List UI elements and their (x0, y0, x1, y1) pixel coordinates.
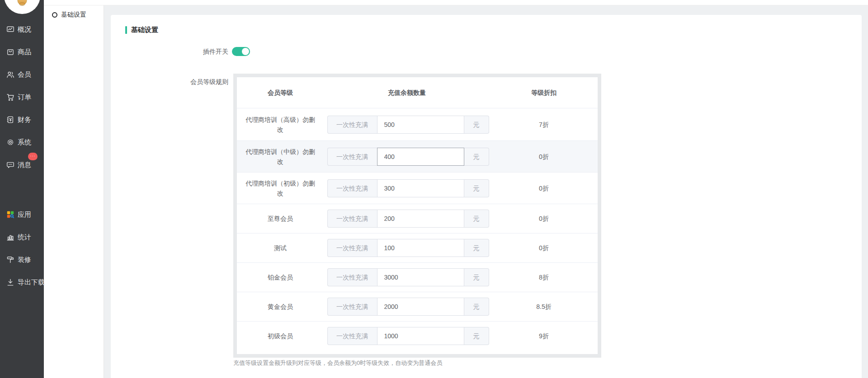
discount-cell: 0折 (490, 233, 598, 262)
discount-cell: 0折 (490, 204, 598, 233)
table-row: 测试 一次性充满 元 0折 (237, 233, 598, 262)
sidebar-item-order[interactable]: 订单 (6, 92, 31, 103)
input-append: 元 (464, 268, 489, 286)
input-prepend: 一次性充满 (327, 268, 377, 286)
sub-item-label: 基础设置 (61, 11, 86, 19)
amount-input[interactable] (377, 179, 464, 197)
amount-input[interactable] (377, 268, 464, 286)
goods-icon (6, 47, 15, 56)
sidebar-item-system[interactable]: 系统 (6, 137, 31, 148)
toggle-knob (242, 48, 249, 55)
sidebar-item-export[interactable]: 导出下载 (6, 277, 45, 288)
message-count-badge: ··· (28, 153, 38, 160)
apps-icon (6, 210, 15, 219)
input-append: 元 (464, 148, 489, 166)
amount-input[interactable] (377, 148, 464, 166)
level-table-wrapper: 会员等级 充值余额数量 等级折扣 代理商培训（高级）勿删改 一次性充满 元 7折… (233, 74, 601, 358)
amount-input-group: 一次性充满 元 (327, 179, 489, 197)
sidebar-item-label: 概况 (18, 25, 31, 34)
sidebar-item-label: 装修 (18, 256, 31, 264)
table-row: 代理商培训（高级）勿删改 一次性充满 元 7折 (237, 108, 598, 140)
sidebar-item-label: 导出下载 (18, 278, 45, 287)
input-prepend: 一次性充满 (327, 116, 377, 134)
cart-icon (6, 93, 15, 102)
page-title: 基础设置 (131, 26, 158, 34)
input-prepend: 一次性充满 (327, 148, 377, 166)
paint-roller-icon (6, 255, 15, 264)
amount-input-group: 一次性充满 元 (327, 239, 489, 257)
avatar[interactable] (4, 0, 40, 14)
table-row: 铂金会员 一次性充满 元 8折 (237, 262, 598, 292)
table-body: 代理商培训（高级）勿删改 一次性充满 元 7折 代理商培训（中级）勿删改 一次性… (237, 108, 598, 350)
sub-sidebar: 基础设置 (44, 5, 104, 378)
input-prepend: 一次性充满 (327, 327, 377, 345)
table-row: 黄金会员 一次性充满 元 8.5折 (237, 292, 598, 321)
sidebar-item-message[interactable]: 消息··· (6, 159, 31, 170)
level-cell: 至尊会员 (237, 204, 324, 233)
level-rules-label: 会员等级规则 (111, 77, 228, 86)
sidebar-item-label: 订单 (18, 93, 31, 102)
header-recharge-amount: 充值余额数量 (324, 77, 490, 108)
amount-input[interactable] (377, 210, 464, 228)
amount-input[interactable] (377, 327, 464, 345)
sidebar-item-basic-settings[interactable]: 基础设置 (52, 9, 86, 20)
sidebar-item-label: 会员 (18, 70, 31, 79)
sidebar-item-stats[interactable]: 统计 (6, 232, 31, 243)
input-append: 元 (464, 239, 489, 257)
sidebar-item-finance[interactable]: 财务 (6, 114, 31, 125)
level-cell: 初级会员 (237, 322, 324, 350)
amount-input[interactable] (377, 298, 464, 316)
discount-cell: 0折 (490, 141, 598, 172)
input-prepend: 一次性充满 (327, 179, 377, 197)
members-icon (6, 70, 15, 79)
sidebar-item-label: 统计 (18, 233, 31, 242)
amount-input[interactable] (377, 239, 464, 257)
gear-icon (6, 138, 15, 147)
header-level-discount: 等级折扣 (490, 77, 598, 108)
sidebar-item-label: 消息 (18, 161, 31, 169)
sidebar-item-goods[interactable]: 商品 (6, 47, 31, 57)
stats-icon (6, 233, 15, 242)
sidebar-item-member[interactable]: 会员 (6, 69, 31, 80)
discount-cell: 9折 (490, 322, 598, 350)
content-area: 基础设置 插件开关 会员等级规则 会员等级 充值余额数量 等级折扣 代理商培训（… (104, 5, 868, 378)
amount-input-group: 一次性充满 元 (327, 327, 489, 345)
sidebar-item-overview[interactable]: 概况 (6, 24, 31, 35)
input-prepend: 一次性充满 (327, 239, 377, 257)
bottle-image (16, 0, 28, 9)
screen: 概况商品会员订单财务系统消息··· 应用统计装修导出下载 基础设置 基础设置 插… (0, 0, 868, 378)
amount-input[interactable] (377, 116, 464, 134)
settings-card: 基础设置 插件开关 会员等级规则 会员等级 充值余额数量 等级折扣 代理商培训（… (111, 15, 862, 378)
download-icon (6, 278, 15, 287)
level-cell: 黄金会员 (237, 292, 324, 321)
sidebar-item-decorate[interactable]: 装修 (6, 254, 31, 265)
sidebar-item-label: 系统 (18, 138, 31, 147)
table-row: 至尊会员 一次性充满 元 0折 (237, 204, 598, 233)
amount-input-group: 一次性充满 元 (327, 210, 489, 228)
amount-input-group: 一次性充满 元 (327, 116, 489, 134)
input-append: 元 (464, 210, 489, 228)
input-append: 元 (464, 116, 489, 134)
table-header-row: 会员等级 充值余额数量 等级折扣 (237, 77, 598, 108)
discount-cell: 8折 (490, 263, 598, 292)
overview-icon (6, 25, 15, 34)
plugin-switch-label: 插件开关 (111, 47, 228, 56)
discount-cell: 0折 (490, 173, 598, 204)
level-table: 会员等级 充值余额数量 等级折扣 代理商培训（高级）勿删改 一次性充满 元 7折… (237, 77, 598, 354)
amount-input-group: 一次性充满 元 (327, 298, 489, 316)
top-bar (44, 0, 868, 5)
main-sidebar: 概况商品会员订单财务系统消息··· 应用统计装修导出下载 (0, 0, 44, 378)
level-cell: 测试 (237, 233, 324, 262)
plugin-switch-toggle[interactable] (232, 47, 250, 56)
table-row: 代理商培训（中级）勿删改 一次性充满 元 0折 (237, 140, 598, 172)
sidebar-item-label: 应用 (18, 210, 31, 219)
table-row: 代理商培训（初级）勿删改 一次性充满 元 0折 (237, 172, 598, 204)
table-row: 初级会员 一次性充满 元 9折 (237, 321, 598, 350)
level-cell: 铂金会员 (237, 263, 324, 292)
section-title: 基础设置 (125, 26, 158, 34)
sidebar-item-label: 商品 (18, 48, 31, 56)
sidebar-item-apps[interactable]: 应用 (6, 209, 31, 220)
discount-cell: 8.5折 (490, 292, 598, 321)
input-prepend: 一次性充满 (327, 298, 377, 316)
level-cell: 代理商培训（高级）勿删改 (237, 108, 324, 140)
